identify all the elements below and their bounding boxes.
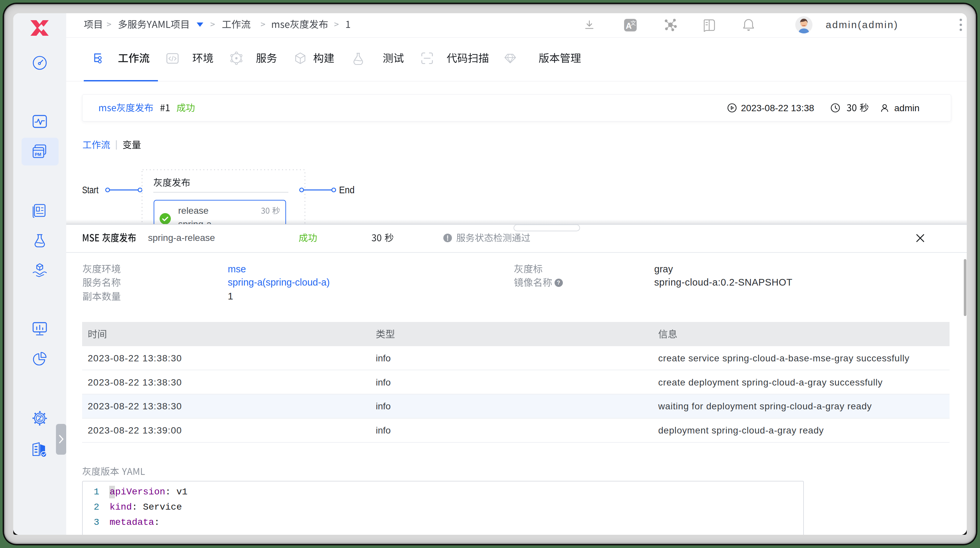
svg-text:?: ? (557, 280, 560, 286)
svg-text:PM: PM (35, 152, 41, 157)
svg-text:A: A (626, 21, 632, 30)
